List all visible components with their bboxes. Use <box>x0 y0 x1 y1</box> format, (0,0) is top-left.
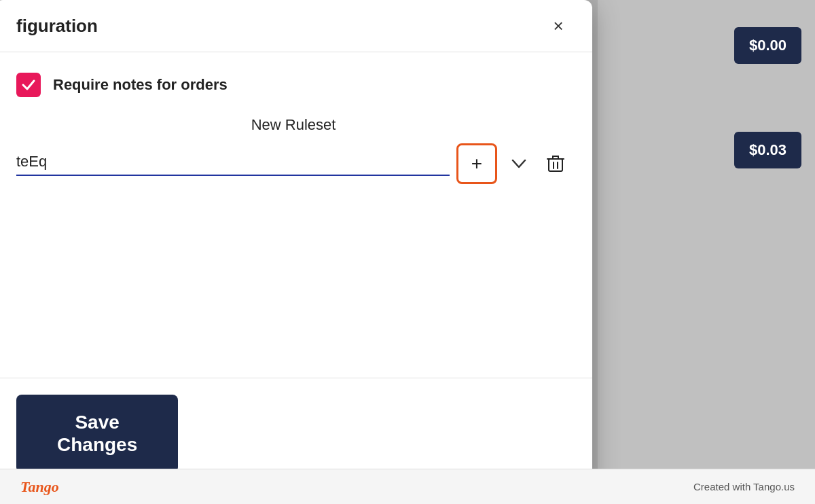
modal-title: figuration <box>16 16 98 37</box>
ruleset-section: New Ruleset + <box>16 116 570 184</box>
checkbox-label: Require notes for orders <box>53 76 228 94</box>
input-row: + <box>16 143 570 184</box>
collapse-button[interactable] <box>504 149 534 179</box>
checkbox-row: Require notes for orders <box>16 73 570 97</box>
checkmark-icon <box>21 77 36 92</box>
price-badge-2: $0.03 <box>734 132 801 168</box>
save-changes-button[interactable]: SaveChanges <box>16 395 178 473</box>
add-rule-button[interactable]: + <box>456 143 497 184</box>
modal-header: figuration × <box>0 0 592 52</box>
close-button[interactable]: × <box>546 14 570 38</box>
svg-rect-0 <box>549 159 562 171</box>
bottom-bar: Tango Created with Tango.us <box>0 469 815 504</box>
trash-icon <box>547 154 564 173</box>
modal-dialog: figuration × Require notes for orders Ne… <box>0 0 592 489</box>
require-notes-checkbox[interactable] <box>16 73 41 97</box>
modal-body: Require notes for orders New Ruleset + <box>0 52 592 378</box>
price-badge-1: $0.00 <box>734 27 801 64</box>
delete-ruleset-button[interactable] <box>541 149 570 179</box>
background-panel: $0.00 $0.03 <box>598 0 815 504</box>
ruleset-input[interactable] <box>16 151 450 172</box>
tango-logo: Tango <box>20 478 59 496</box>
chevron-down-icon <box>509 154 528 173</box>
bottom-credit: Created with Tango.us <box>693 481 795 492</box>
ruleset-title: New Ruleset <box>16 116 570 134</box>
ruleset-input-wrapper <box>16 151 450 176</box>
